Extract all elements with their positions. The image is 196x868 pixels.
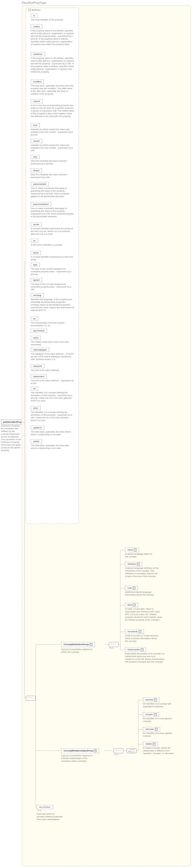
- attr-label[interactable]: howuri: [31, 139, 42, 143]
- attr-desc: A URI which identifies a concept.: [31, 244, 74, 246]
- attr-label[interactable]: xml:lang: [31, 293, 44, 297]
- child-label[interactable]: name+: [125, 548, 139, 552]
- attr-label[interactable]: creator: [31, 25, 42, 29]
- child-label[interactable]: facet+: [125, 603, 138, 607]
- child-narrower: narrower+An identifier of a more specifi…: [143, 727, 175, 738]
- child-definition: definition+A natural language definition…: [125, 562, 160, 578]
- attr-label[interactable]: dir: [31, 317, 38, 321]
- attr-label[interactable]: literal: [31, 251, 41, 255]
- connector: [25, 698, 26, 698]
- attr-label[interactable]: validto: [31, 439, 42, 443]
- attr-label[interactable]: pubconstrainturi: [31, 202, 51, 206]
- attr-label[interactable]: modified: [31, 80, 44, 84]
- attr-label[interactable]: why: [31, 155, 39, 159]
- attr-label[interactable]: reluri: [31, 406, 40, 410]
- connector: [25, 261, 25, 698]
- attr-label[interactable]: whyuri: [31, 168, 42, 173]
- connector: [138, 700, 139, 750]
- attr-desc: The type of the concept assigned as cont…: [31, 268, 74, 276]
- attr-label[interactable]: value: [31, 336, 41, 340]
- attr-label[interactable]: any ##other: [31, 329, 47, 333]
- concept-relationships-group-desc: A group of properites required to indica…: [61, 754, 94, 763]
- attr-desc: One or many constraints that apply to pu…: [31, 207, 74, 218]
- collapse-icon[interactable]: −: [28, 9, 31, 11]
- child-label[interactable]: narrower+: [143, 727, 160, 732]
- concept-definition-group-desc: A group of properties required to define…: [61, 648, 94, 653]
- attr-desc: The date (and, optionally, the time) whe…: [31, 85, 74, 95]
- attr-desc: The related value (see more in the spec …: [31, 341, 74, 346]
- expand-icon[interactable]: +: [153, 743, 156, 745]
- connector: [120, 550, 125, 550]
- cardinality: 0..∞: [110, 647, 113, 649]
- expand-icon[interactable]: +: [154, 713, 157, 716]
- child-label[interactable]: note+: [125, 586, 138, 590]
- child-label[interactable]: remoteInfo+: [125, 629, 144, 634]
- attr-label[interactable]: validfrom: [31, 426, 44, 430]
- attr-desc: The date (and, optionally, the time) aft…: [31, 444, 74, 450]
- child-label[interactable]: hierarchyInfo+: [125, 648, 146, 652]
- attr-valueunituri: valueunituriThe unit of the value attrib…: [31, 374, 77, 385]
- connector: [120, 550, 120, 650]
- attr-typeuri: typeuriThe type of the concept assigned …: [31, 278, 77, 291]
- child-label[interactable]: definition+: [125, 562, 142, 566]
- connector: [120, 632, 125, 632]
- expand-icon[interactable]: +: [133, 603, 135, 607]
- attr-label[interactable]: rel: [31, 386, 38, 391]
- connector: [25, 261, 26, 262]
- concept-definition-group[interactable]: ConceptDefinitionGroup+: [61, 642, 95, 647]
- attr-desc: The unit of the value attribute - expres…: [31, 379, 74, 385]
- attr-label[interactable]: creatoruri: [31, 52, 45, 56]
- attr-label[interactable]: valueunituri: [31, 374, 47, 378]
- connector: [120, 650, 125, 650]
- attr-desc: Indicates by which means the value was e…: [31, 144, 74, 152]
- expand-icon[interactable]: +: [90, 643, 92, 646]
- attr-pubconstrainturi: pubconstrainturiOne or many constraints …: [31, 202, 77, 218]
- expand-icon[interactable]: +: [155, 728, 158, 731]
- child-desc: In NAR 1.8 and later, 'facet' is depreca…: [125, 608, 163, 621]
- attr-label[interactable]: valueunit: [31, 364, 44, 368]
- choice-compositor: [127, 748, 136, 753]
- attr-valueunit: valueunitThe unit of the value attribute…: [31, 364, 77, 372]
- attr-type: typeThe type of the concept assigned as …: [31, 263, 77, 276]
- child-note: note+Additional natural language informa…: [125, 586, 158, 596]
- attr-label[interactable]: valuedatatype: [31, 348, 49, 352]
- connector: [138, 744, 143, 744]
- attr-custom: customIf set to true the corresponding p…: [31, 99, 77, 118]
- connector: [138, 700, 143, 700]
- attr-desc: The identifier of a concept defining the…: [31, 411, 74, 422]
- attr-label[interactable]: id: [31, 13, 37, 18]
- attr-pubconstraint: pubconstraintOne or many constraints tha…: [31, 182, 77, 198]
- attr-label[interactable]: qcode: [31, 222, 42, 226]
- concept-relationships-group[interactable]: ConceptRelationshipsGroup+: [61, 748, 99, 753]
- attr-validto: validtoThe date (and, optionally, the ti…: [31, 439, 77, 450]
- expand-icon[interactable]: +: [139, 630, 141, 633]
- expand-icon[interactable]: +: [141, 648, 144, 651]
- child-label[interactable]: related+: [143, 742, 158, 746]
- expand-icon[interactable]: +: [133, 587, 135, 589]
- attr-label[interactable]: how: [31, 123, 40, 127]
- attr-id: idThe local identifier of the property.: [31, 13, 77, 21]
- child-desc: An identifier of a more specific concept…: [143, 732, 175, 738]
- attr-label[interactable]: custom: [31, 99, 43, 103]
- expand-icon[interactable]: +: [134, 549, 136, 551]
- expand-icon[interactable]: +: [94, 749, 96, 752]
- connector: [105, 750, 114, 751]
- sequence-compositor: [109, 642, 119, 647]
- child-desc: A related concept, where the relationshi…: [143, 747, 178, 755]
- child-desc: A link to an item or a web resource whic…: [125, 634, 160, 643]
- attr-label[interactable]: type: [31, 263, 40, 267]
- child-desc: Additional natural language information …: [125, 591, 158, 596]
- connector: [123, 750, 127, 751]
- child-label[interactable]: sameAs+: [143, 698, 159, 702]
- attr-label[interactable]: pubconstraint: [31, 182, 49, 186]
- expand-icon[interactable]: +: [137, 563, 140, 565]
- attr-desc: The directionality of textual content (e…: [31, 321, 74, 327]
- attr-desc: Why the metadata has been included - exp…: [31, 173, 74, 179]
- expand-icon[interactable]: +: [154, 699, 157, 701]
- attr-label[interactable]: typeuri: [31, 278, 42, 282]
- child-desc: Represents the position of a concept in …: [125, 652, 164, 663]
- connector: [21, 422, 26, 423]
- child-label[interactable]: broader+: [143, 712, 159, 717]
- attr-qcode: qcodeA concept identifier expressed as a…: [31, 222, 77, 236]
- attr-label[interactable]: uri: [31, 239, 38, 243]
